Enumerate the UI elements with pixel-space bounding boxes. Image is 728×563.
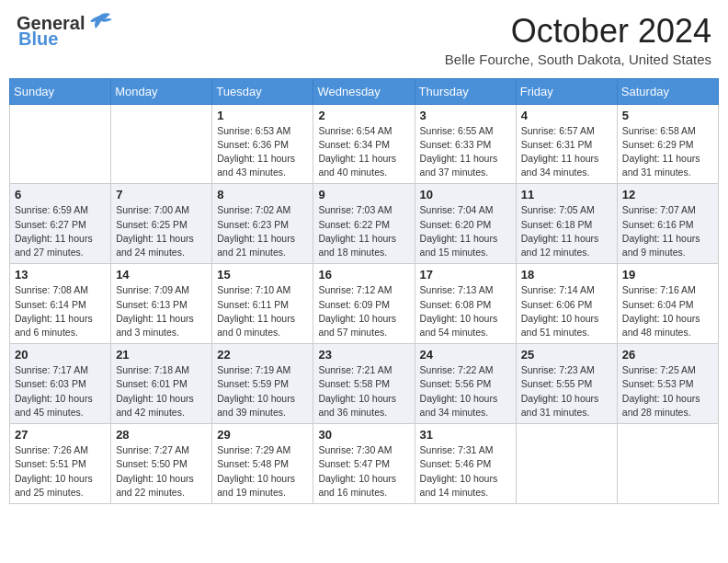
day-info: Sunrise: 7:23 AMSunset: 5:55 PMDaylight:…: [521, 363, 612, 419]
day-number: 19: [622, 268, 713, 282]
column-header-thursday: Thursday: [415, 78, 516, 104]
day-info: Sunrise: 7:03 AMSunset: 6:22 PMDaylight:…: [318, 203, 409, 259]
calendar-cell: 25Sunrise: 7:23 AMSunset: 5:55 PMDayligh…: [516, 344, 617, 424]
logo-bird-icon: [86, 12, 112, 32]
day-number: 30: [318, 428, 409, 442]
day-info: Sunrise: 7:19 AMSunset: 5:59 PMDaylight:…: [217, 363, 308, 419]
calendar-cell: 31Sunrise: 7:31 AMSunset: 5:46 PMDayligh…: [415, 424, 516, 504]
calendar-header-row: SundayMondayTuesdayWednesdayThursdayFrid…: [10, 78, 719, 104]
day-info: Sunrise: 7:16 AMSunset: 6:04 PMDaylight:…: [622, 283, 713, 339]
day-info: Sunrise: 6:58 AMSunset: 6:29 PMDaylight:…: [622, 124, 713, 180]
day-number: 3: [420, 109, 511, 122]
calendar-cell: 21Sunrise: 7:18 AMSunset: 6:01 PMDayligh…: [111, 344, 212, 424]
day-number: 18: [521, 268, 612, 282]
calendar-cell: [111, 104, 212, 184]
day-info: Sunrise: 6:54 AMSunset: 6:34 PMDaylight:…: [318, 124, 409, 180]
calendar-cell: 20Sunrise: 7:17 AMSunset: 6:03 PMDayligh…: [10, 344, 111, 424]
day-number: 16: [318, 268, 409, 282]
day-number: 29: [217, 428, 308, 442]
day-info: Sunrise: 7:17 AMSunset: 6:03 PMDaylight:…: [15, 363, 106, 419]
calendar-cell: 30Sunrise: 7:30 AMSunset: 5:47 PMDayligh…: [313, 424, 415, 504]
day-info: Sunrise: 7:02 AMSunset: 6:23 PMDaylight:…: [217, 203, 308, 259]
calendar-cell: 23Sunrise: 7:21 AMSunset: 5:58 PMDayligh…: [313, 344, 415, 424]
calendar-cell: 19Sunrise: 7:16 AMSunset: 6:04 PMDayligh…: [617, 264, 718, 344]
calendar-cell: 18Sunrise: 7:14 AMSunset: 6:06 PMDayligh…: [516, 264, 617, 344]
column-header-saturday: Saturday: [617, 78, 718, 104]
calendar-cell: 13Sunrise: 7:08 AMSunset: 6:14 PMDayligh…: [10, 264, 111, 344]
day-number: 2: [318, 109, 409, 122]
calendar-cell: 29Sunrise: 7:29 AMSunset: 5:48 PMDayligh…: [212, 424, 313, 504]
logo-text-blue: Blue: [18, 29, 58, 50]
day-info: Sunrise: 7:00 AMSunset: 6:25 PMDaylight:…: [116, 203, 207, 259]
calendar-cell: 2Sunrise: 6:54 AMSunset: 6:34 PMDaylight…: [313, 104, 415, 184]
calendar-cell: 27Sunrise: 7:26 AMSunset: 5:51 PMDayligh…: [10, 424, 111, 504]
calendar-cell: 26Sunrise: 7:25 AMSunset: 5:53 PMDayligh…: [617, 344, 718, 424]
day-info: Sunrise: 7:30 AMSunset: 5:47 PMDaylight:…: [318, 443, 409, 500]
day-info: Sunrise: 7:07 AMSunset: 6:16 PMDaylight:…: [622, 203, 713, 259]
day-info: Sunrise: 7:22 AMSunset: 5:56 PMDaylight:…: [420, 363, 511, 419]
calendar-cell: 6Sunrise: 6:59 AMSunset: 6:27 PMDaylight…: [10, 184, 111, 264]
day-number: 25: [521, 348, 612, 362]
column-header-wednesday: Wednesday: [313, 78, 415, 104]
calendar-cell: 3Sunrise: 6:55 AMSunset: 6:33 PMDaylight…: [415, 104, 516, 184]
day-info: Sunrise: 7:08 AMSunset: 6:14 PMDaylight:…: [15, 283, 106, 339]
day-number: 14: [116, 268, 207, 282]
day-info: Sunrise: 7:29 AMSunset: 5:48 PMDaylight:…: [217, 443, 308, 500]
day-number: 28: [116, 428, 207, 442]
day-number: 1: [217, 109, 308, 122]
day-number: 13: [15, 268, 106, 282]
day-info: Sunrise: 7:21 AMSunset: 5:58 PMDaylight:…: [318, 363, 409, 419]
column-header-monday: Monday: [111, 78, 212, 104]
column-header-tuesday: Tuesday: [212, 78, 313, 104]
day-number: 15: [217, 268, 308, 282]
day-info: Sunrise: 6:59 AMSunset: 6:27 PMDaylight:…: [15, 203, 106, 259]
day-number: 31: [420, 428, 511, 442]
day-info: Sunrise: 7:13 AMSunset: 6:08 PMDaylight:…: [420, 283, 511, 339]
day-number: 10: [420, 188, 511, 201]
calendar-table: SundayMondayTuesdayWednesdayThursdayFrid…: [9, 78, 719, 504]
day-number: 9: [318, 188, 409, 201]
calendar-cell: 12Sunrise: 7:07 AMSunset: 6:16 PMDayligh…: [617, 184, 718, 264]
day-info: Sunrise: 7:12 AMSunset: 6:09 PMDaylight:…: [318, 283, 409, 339]
day-number: 23: [318, 348, 409, 362]
day-number: 6: [15, 188, 106, 201]
calendar-week-row: 6Sunrise: 6:59 AMSunset: 6:27 PMDaylight…: [10, 184, 719, 264]
calendar-week-row: 20Sunrise: 7:17 AMSunset: 6:03 PMDayligh…: [10, 344, 719, 424]
day-number: 5: [622, 109, 713, 122]
column-header-sunday: Sunday: [10, 78, 111, 104]
calendar-cell: 22Sunrise: 7:19 AMSunset: 5:59 PMDayligh…: [212, 344, 313, 424]
calendar-cell: 9Sunrise: 7:03 AMSunset: 6:22 PMDaylight…: [313, 184, 415, 264]
calendar-week-row: 13Sunrise: 7:08 AMSunset: 6:14 PMDayligh…: [10, 264, 719, 344]
day-info: Sunrise: 7:26 AMSunset: 5:51 PMDaylight:…: [15, 443, 106, 500]
day-info: Sunrise: 7:25 AMSunset: 5:53 PMDaylight:…: [622, 363, 713, 419]
calendar-cell: 28Sunrise: 7:27 AMSunset: 5:50 PMDayligh…: [111, 424, 212, 504]
day-number: 20: [15, 348, 106, 362]
day-info: Sunrise: 7:04 AMSunset: 6:20 PMDaylight:…: [420, 203, 511, 259]
day-info: Sunrise: 7:18 AMSunset: 6:01 PMDaylight:…: [116, 363, 207, 419]
calendar-week-row: 1Sunrise: 6:53 AMSunset: 6:36 PMDaylight…: [10, 104, 719, 184]
day-info: Sunrise: 7:09 AMSunset: 6:13 PMDaylight:…: [116, 283, 207, 339]
calendar-cell: 1Sunrise: 6:53 AMSunset: 6:36 PMDaylight…: [212, 104, 313, 184]
calendar-week-row: 27Sunrise: 7:26 AMSunset: 5:51 PMDayligh…: [10, 424, 719, 504]
column-header-friday: Friday: [516, 78, 617, 104]
calendar-cell: 14Sunrise: 7:09 AMSunset: 6:13 PMDayligh…: [111, 264, 212, 344]
day-number: 11: [521, 188, 612, 201]
day-number: 7: [116, 188, 207, 201]
calendar-cell: 17Sunrise: 7:13 AMSunset: 6:08 PMDayligh…: [415, 264, 516, 344]
day-number: 26: [622, 348, 713, 362]
title-section: October 2024 Belle Fourche, South Dakota…: [445, 13, 711, 67]
day-info: Sunrise: 7:31 AMSunset: 5:46 PMDaylight:…: [420, 443, 511, 500]
month-title: October 2024: [445, 13, 711, 50]
day-number: 8: [217, 188, 308, 201]
calendar-cell: 16Sunrise: 7:12 AMSunset: 6:09 PMDayligh…: [313, 264, 415, 344]
calendar-cell: 15Sunrise: 7:10 AMSunset: 6:11 PMDayligh…: [212, 264, 313, 344]
day-number: 27: [15, 428, 106, 442]
calendar-cell: 8Sunrise: 7:02 AMSunset: 6:23 PMDaylight…: [212, 184, 313, 264]
day-info: Sunrise: 7:10 AMSunset: 6:11 PMDaylight:…: [217, 283, 308, 339]
day-info: Sunrise: 7:05 AMSunset: 6:18 PMDaylight:…: [521, 203, 612, 259]
day-number: 22: [217, 348, 308, 362]
calendar-cell: [617, 424, 718, 504]
calendar-cell: 7Sunrise: 7:00 AMSunset: 6:25 PMDaylight…: [111, 184, 212, 264]
day-number: 17: [420, 268, 511, 282]
day-info: Sunrise: 7:14 AMSunset: 6:06 PMDaylight:…: [521, 283, 612, 339]
